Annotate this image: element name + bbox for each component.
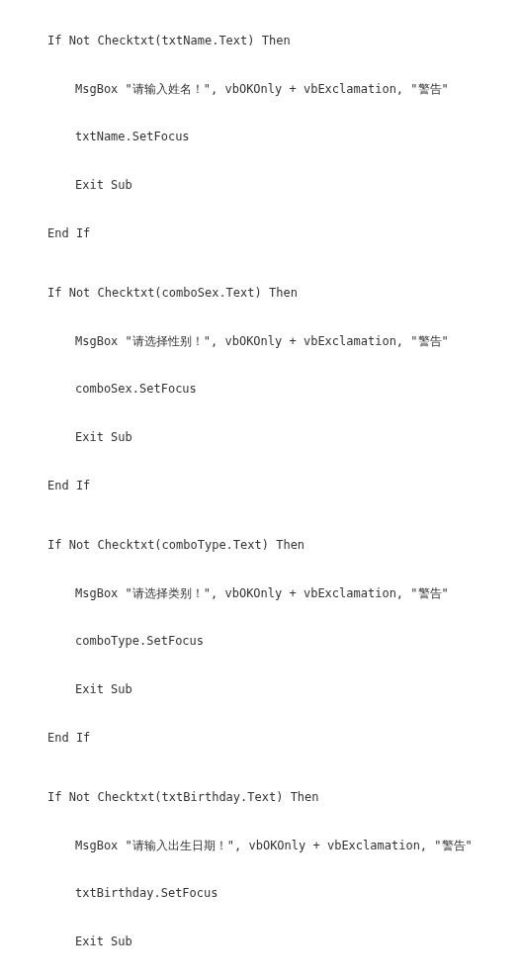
code-container: If Not Checktxt(txtName.Text) Then MsgBo… (47, 5, 521, 980)
code-line: If Not Checktxt(txtBirthday.Text) Then (47, 785, 521, 810)
code-line: End If (47, 473, 521, 497)
code-line: End If (47, 725, 521, 750)
code-line: comboType.SetFocus (47, 629, 521, 654)
code-line: Exit Sub (47, 425, 521, 450)
code-line: If Not Checktxt(comboSex.Text) Then (47, 281, 521, 306)
code-line: MsgBox "请输入出生日期！", vbOKOnly + vbExclamat… (47, 834, 521, 858)
code-line: Exit Sub (47, 173, 521, 198)
code-line: txtBirthday.SetFocus (47, 881, 521, 906)
code-line: Exit Sub (47, 930, 521, 954)
code-line: Exit Sub (47, 677, 521, 702)
code-line: MsgBox "请选择类别！", vbOKOnly + vbExclamatio… (47, 581, 521, 606)
code-line: comboSex.SetFocus (47, 377, 521, 401)
code-line: MsgBox "请输入姓名！", vbOKOnly + vbExclamatio… (47, 77, 521, 102)
code-line: If Not Checktxt(comboType.Text) Then (47, 533, 521, 558)
code-line: End If (47, 221, 521, 245)
code-line: If Not Checktxt(txtName.Text) Then (47, 29, 521, 53)
code-line: MsgBox "请选择性别！", vbOKOnly + vbExclamatio… (47, 329, 521, 354)
code-line: txtName.SetFocus (47, 125, 521, 149)
